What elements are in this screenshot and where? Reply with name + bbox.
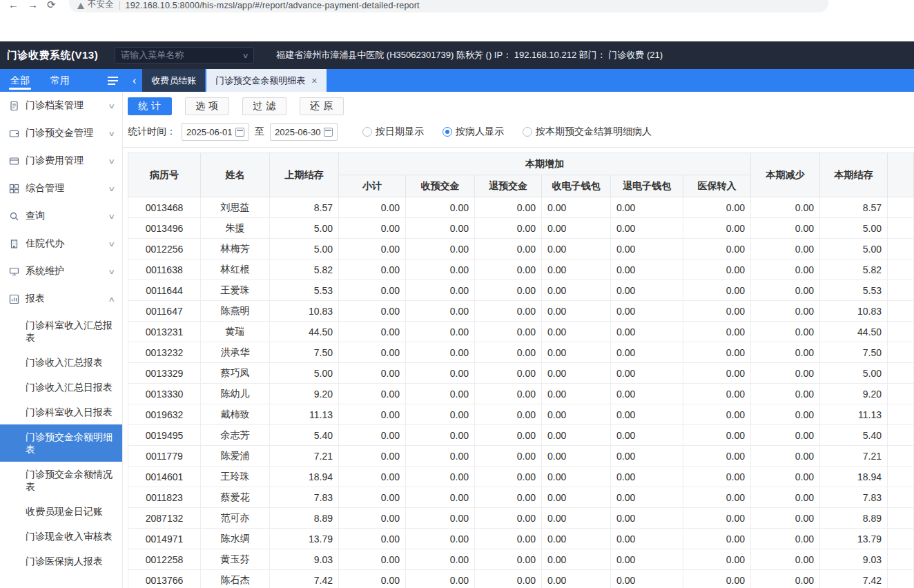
table-row[interactable]: 0011644王爱珠5.530.000.000.000.000.000.000.…	[128, 280, 914, 301]
sidebar-item-label: 综合管理	[26, 182, 109, 195]
cell: 陈燕明	[201, 301, 270, 322]
sidebar-item-1[interactable]: 门诊预交金管理∨	[0, 119, 122, 147]
menu-tab-all[interactable]: 全部	[0, 69, 40, 92]
table-row[interactable]: 0012258黄玉芬9.030.000.000.000.000.000.000.…	[128, 549, 914, 570]
sidebar-subitem[interactable]: 门诊医保病人报表	[0, 549, 122, 574]
cell: 0.00	[683, 322, 751, 342]
browser-forward-icon[interactable]: →	[28, 0, 38, 10]
statistics-button[interactable]: 统计	[128, 97, 172, 115]
table-row[interactable]: 0012256林梅芳5.000.000.000.000.000.000.000.…	[128, 239, 914, 259]
table-row[interactable]: 0013231黄瑞44.500.000.000.000.000.000.000.…	[128, 322, 914, 342]
cell: 0.00	[475, 280, 542, 301]
sidebar-subitem[interactable]: 收费员现金日记账	[0, 499, 122, 524]
cell: 0.00	[406, 218, 475, 239]
sidebar-item-4[interactable]: 查询∨	[0, 202, 122, 230]
col-prev-balance[interactable]: 上期结存	[270, 153, 339, 197]
cell: 5.00	[820, 218, 888, 239]
cell: 0011647	[128, 301, 201, 322]
col-subtotal[interactable]: 小计	[339, 175, 406, 197]
cell: 0.00	[406, 570, 475, 588]
report-table-header: 病历号 姓名 上期结存 本期增加 本期减少 本期结存 小计 收预交金 退预交金 …	[128, 153, 914, 197]
tab-advance-payment-detail-report[interactable]: 门诊预交金余额明细表 ×	[206, 69, 326, 92]
cell: 18.94	[820, 467, 888, 487]
close-icon[interactable]: ×	[311, 76, 317, 86]
browser-address-bar[interactable]: 不安全 192.168.10.5:8000/his-mzsl/app/#/rep…	[69, 0, 828, 12]
col-medicare-transfer[interactable]: 医保转入	[683, 175, 751, 197]
sidebar-item-3[interactable]: 综合管理∨	[0, 175, 122, 202]
table-row[interactable]: 0011779陈爱浦7.210.000.000.000.000.000.000.…	[128, 446, 914, 467]
cell-empty	[888, 404, 914, 425]
tab-cashier-settlement[interactable]: 收费员结账	[142, 69, 205, 92]
browser-chrome-gap	[0, 12, 914, 41]
browser-reload-icon[interactable]: ⟳	[47, 0, 56, 11]
cell-empty	[888, 549, 914, 570]
sidebar-subitem[interactable]: 门诊科室收入汇总报表	[0, 313, 122, 350]
calendar-icon	[235, 128, 244, 137]
sidebar-subitem[interactable]: 门诊收入汇总报表	[0, 350, 122, 375]
cell: 2087132	[128, 508, 201, 529]
col-balance[interactable]: 本期结存	[820, 153, 888, 197]
cell: 0013496	[128, 218, 201, 239]
col-receive-prepay[interactable]: 收预交金	[406, 175, 475, 197]
sidebar-item-6[interactable]: 系统维护∨	[0, 257, 122, 285]
date-to-input[interactable]: 2025-06-30	[270, 123, 338, 141]
menu-list-icon[interactable]	[101, 69, 125, 92]
cell: 0.00	[475, 549, 542, 570]
filter-button[interactable]: 过滤	[242, 97, 286, 115]
sidebar-item-7[interactable]: 报表∧	[0, 285, 122, 313]
menu-tab-frequent[interactable]: 常用	[40, 69, 80, 92]
tab-scroll-left-icon[interactable]: ‹	[126, 69, 142, 92]
table-row[interactable]: 0013766陈石杰7.420.000.000.000.000.000.000.…	[128, 570, 914, 588]
table-row[interactable]: 2087132范可亦8.890.000.000.000.000.000.000.…	[128, 508, 914, 529]
table-row[interactable]: 0013329蔡巧凤5.000.000.000.000.000.000.000.…	[128, 363, 914, 384]
sidebar-item-2[interactable]: 门诊费用管理∨	[0, 147, 122, 175]
col-decrease[interactable]: 本期减少	[751, 153, 820, 197]
table-row[interactable]: 0019632戴柿致11.130.000.000.000.000.000.000…	[128, 404, 914, 425]
sidebar-item-5[interactable]: 住院代办∨	[0, 230, 122, 257]
date-from-input[interactable]: 2025-06-01	[182, 123, 249, 141]
sidebar-item-label: 报表	[26, 293, 109, 305]
table-row[interactable]: 0011823蔡爱花7.830.000.000.000.000.000.000.…	[128, 487, 914, 508]
cell: 0.00	[475, 197, 542, 218]
radio-display-mode-1[interactable]: 按病人显示	[443, 126, 504, 138]
table-row[interactable]: 0013496朱援5.000.000.000.000.000.000.000.0…	[128, 218, 914, 239]
radio-display-mode-2[interactable]: 按本期预交金结算明细病人	[523, 126, 652, 138]
sidebar-subitem[interactable]: 门诊现金收入审核表	[0, 524, 122, 549]
cell-empty	[888, 280, 914, 301]
table-row[interactable]: 0014971陈水绸13.790.000.000.000.000.000.000…	[128, 529, 914, 549]
col-refund-prepay[interactable]: 退预交金	[475, 175, 542, 197]
sidebar-subitem[interactable]: 门诊收入汇总日报表	[0, 375, 122, 400]
table-row[interactable]: 0013330陈幼儿9.200.000.000.000.000.000.000.…	[128, 384, 914, 404]
tab-label: 门诊预交金余额明细表	[215, 75, 305, 87]
col-name[interactable]: 姓名	[201, 153, 270, 197]
table-row[interactable]: 0019495余志芳5.400.000.000.000.000.000.000.…	[128, 425, 914, 446]
col-record-no[interactable]: 病历号	[128, 153, 201, 197]
options-button[interactable]: 选项	[185, 97, 229, 115]
cell: 0.00	[751, 549, 820, 570]
table-row[interactable]: 0011647陈燕明10.830.000.000.000.000.000.000…	[128, 301, 914, 322]
radio-display-mode-0[interactable]: 按日期显示	[362, 126, 424, 138]
radio-label: 按日期显示	[376, 126, 424, 138]
cell-empty	[888, 446, 914, 467]
cell: 0.00	[475, 508, 542, 529]
sidebar-item-0[interactable]: 门诊档案管理∨	[0, 92, 122, 119]
cell: 0.00	[751, 425, 820, 446]
table-row[interactable]: 0011638林红根5.820.000.000.000.000.000.000.…	[128, 259, 914, 280]
main-content: 统计 选项 过滤 还原 统计时间： 2025-06-01 至 2025-06-3…	[123, 92, 914, 588]
cell: 0.00	[751, 508, 820, 529]
restore-button[interactable]: 还原	[300, 97, 344, 115]
date-from-value: 2025-06-01	[186, 127, 233, 137]
cell: 0014971	[128, 529, 201, 549]
browser-back-icon[interactable]: ←	[8, 0, 19, 10]
cell: 9.03	[270, 549, 339, 570]
table-row[interactable]: 0014601王玲珠18.940.000.000.000.000.000.000…	[128, 467, 914, 487]
col-refund-ewallet[interactable]: 退电子钱包	[611, 175, 683, 197]
sidebar-subitem[interactable]: 门诊预交金余额情况表	[0, 462, 122, 499]
table-row[interactable]: 0013468刘思益8.570.000.000.000.000.000.000.…	[128, 197, 914, 218]
col-receive-ewallet[interactable]: 收电子钱包	[542, 175, 611, 197]
table-row[interactable]: 0013232洪承华7.500.000.000.000.000.000.000.…	[128, 342, 914, 363]
sidebar-subitem[interactable]: 门诊科室收入日报表	[0, 400, 122, 424]
cell: 0.00	[475, 218, 542, 239]
sidebar-subitem[interactable]: 门诊预交金余额明细表	[0, 424, 122, 462]
menu-search-input[interactable]: 请输入菜单名称 ∨	[115, 47, 254, 63]
